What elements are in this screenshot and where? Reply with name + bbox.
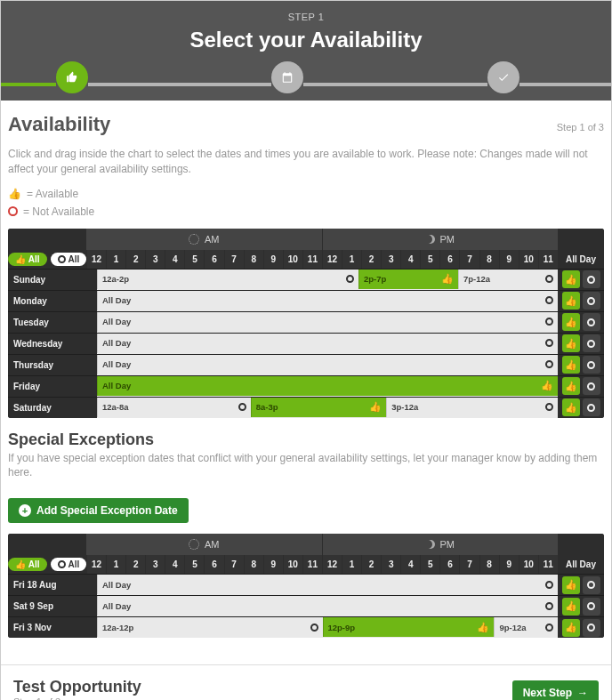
exceptions-grid[interactable]: AM PM 👍 All All 121234567891011121234567…: [8, 534, 604, 638]
not-available-icon: [8, 206, 18, 216]
arrow-right-icon: →: [577, 687, 588, 699]
unavailable-block[interactable]: All Day: [97, 596, 558, 616]
hour-header: 1: [342, 250, 361, 269]
available-block[interactable]: 12p-9p👍: [323, 617, 495, 637]
step-dot-confirm[interactable]: [487, 61, 519, 93]
hour-header: 3: [145, 250, 165, 269]
hour-header: 3: [145, 555, 165, 574]
hour-header: 11: [538, 250, 558, 269]
hour-header: 2: [361, 250, 381, 269]
day-row[interactable]: WednesdayAll Day👍: [8, 333, 604, 354]
available-block[interactable]: 8a-3p👍: [251, 398, 386, 417]
set-available-button[interactable]: 👍: [562, 356, 580, 374]
hero: STEP 1 Select your Availability: [1, 1, 611, 101]
set-available-button[interactable]: 👍: [562, 313, 580, 331]
hour-header: 7: [459, 250, 479, 269]
row-controls: 👍: [558, 291, 604, 311]
set-available-button[interactable]: 👍: [562, 598, 580, 616]
set-available-button[interactable]: 👍: [562, 292, 580, 310]
unavailable-block[interactable]: 3p-12a: [386, 398, 558, 417]
moon-icon: [426, 540, 435, 549]
hour-header: 5: [184, 250, 204, 269]
set-unavailable-button[interactable]: [583, 292, 600, 310]
step-dot-availability[interactable]: [56, 61, 88, 93]
unavailable-block[interactable]: All Day: [97, 312, 558, 332]
filter-available-button[interactable]: 👍 All: [8, 253, 47, 266]
set-available-button[interactable]: 👍: [562, 619, 580, 637]
day-bars[interactable]: All Day: [97, 575, 558, 595]
day-bars[interactable]: All Day: [97, 291, 558, 311]
day-bars[interactable]: All Day: [97, 312, 558, 333]
row-controls: 👍: [558, 334, 604, 354]
day-row[interactable]: ThursdayAll Day👍: [8, 354, 604, 375]
day-bars[interactable]: 12a-12p12p-9p👍9p-12a: [97, 617, 558, 638]
unavailable-block[interactable]: 12a-12p: [97, 617, 323, 637]
day-row[interactable]: Sunday12a-2p2p-7p👍7p-12a👍: [8, 269, 604, 290]
day-label: Saturday: [8, 398, 97, 418]
set-unavailable-button[interactable]: [583, 356, 600, 374]
all-day-header: All Day: [558, 250, 604, 269]
set-available-button[interactable]: 👍: [562, 334, 580, 352]
hour-header: 5: [420, 250, 439, 269]
day-bars[interactable]: All Day👍: [97, 376, 558, 397]
day-row[interactable]: Sat 9 SepAll Day👍: [8, 595, 604, 616]
available-block[interactable]: 2p-7p👍: [358, 270, 458, 289]
filter-available-button[interactable]: 👍 All: [8, 558, 47, 571]
day-label: Monday: [8, 291, 97, 311]
day-row[interactable]: FridayAll Day👍👍: [8, 375, 604, 397]
hour-header: 11: [538, 555, 558, 574]
unavailable-block[interactable]: All Day: [97, 355, 558, 374]
day-bars[interactable]: 12a-8a8a-3p👍3p-12a: [97, 398, 558, 418]
set-available-button[interactable]: 👍: [562, 270, 580, 288]
set-unavailable-button[interactable]: [583, 313, 600, 331]
not-available-icon: [238, 403, 246, 411]
unavailable-block[interactable]: 9p-12a: [494, 617, 558, 637]
day-row[interactable]: Saturday12a-8a8a-3p👍3p-12a👍: [8, 397, 604, 418]
unavailable-block[interactable]: 7p-12a: [458, 270, 558, 289]
day-label: Fri 18 Aug: [8, 575, 97, 595]
step-counter: Step 1 of 3: [557, 122, 604, 133]
set-unavailable-button[interactable]: [583, 398, 600, 416]
hour-header: 9: [499, 250, 519, 269]
thumb-up-icon: 👍: [369, 401, 382, 413]
set-unavailable-button[interactable]: [583, 270, 600, 288]
unavailable-block[interactable]: 12a-8a: [97, 398, 251, 417]
hour-header: 11: [302, 555, 322, 574]
footer-title: Test Opportunity: [13, 678, 141, 696]
set-unavailable-button[interactable]: [583, 576, 600, 594]
hour-header: 7: [459, 555, 479, 574]
step-dot-schedule[interactable]: [271, 61, 303, 93]
set-available-button[interactable]: 👍: [562, 398, 580, 416]
next-step-button[interactable]: Next Step →: [512, 680, 599, 700]
available-block[interactable]: All Day👍: [97, 376, 558, 396]
set-available-button[interactable]: 👍: [562, 377, 580, 395]
day-row[interactable]: Fri 18 AugAll Day👍: [8, 574, 604, 595]
day-row[interactable]: TuesdayAll Day👍: [8, 311, 604, 333]
day-bars[interactable]: 12a-2p2p-7p👍7p-12a: [97, 270, 558, 290]
hour-header: 3: [381, 250, 400, 269]
unavailable-block[interactable]: All Day: [97, 575, 558, 594]
day-bars[interactable]: All Day: [97, 355, 558, 375]
set-unavailable-button[interactable]: [583, 619, 600, 637]
unavailable-block[interactable]: All Day: [97, 334, 558, 353]
availability-grid[interactable]: AM PM 👍 All All 121234567891011121234567…: [8, 229, 604, 418]
day-bars[interactable]: All Day: [97, 334, 558, 354]
hour-header: 8: [244, 250, 263, 269]
hour-header: 2: [125, 555, 145, 574]
filter-unavailable-button[interactable]: All: [51, 253, 87, 266]
day-row[interactable]: Fri 3 Nov12a-12p12p-9p👍9p-12a👍: [8, 616, 604, 638]
set-available-button[interactable]: 👍: [562, 576, 580, 594]
set-unavailable-button[interactable]: [583, 377, 600, 395]
filter-unavailable-button[interactable]: All: [51, 558, 87, 571]
day-row[interactable]: MondayAll Day👍: [8, 290, 604, 311]
unavailable-block[interactable]: All Day: [97, 291, 558, 310]
set-unavailable-button[interactable]: [583, 598, 600, 616]
unavailable-block[interactable]: 12a-2p: [97, 270, 358, 289]
hour-header: 10: [283, 555, 302, 574]
hero-title: Select your Availability: [1, 28, 611, 52]
add-special-exception-button[interactable]: + Add Special Exception Date: [8, 498, 189, 523]
set-unavailable-button[interactable]: [583, 334, 600, 352]
hour-header: 12: [86, 250, 106, 269]
hour-header: 12: [322, 250, 342, 269]
day-bars[interactable]: All Day: [97, 596, 558, 616]
